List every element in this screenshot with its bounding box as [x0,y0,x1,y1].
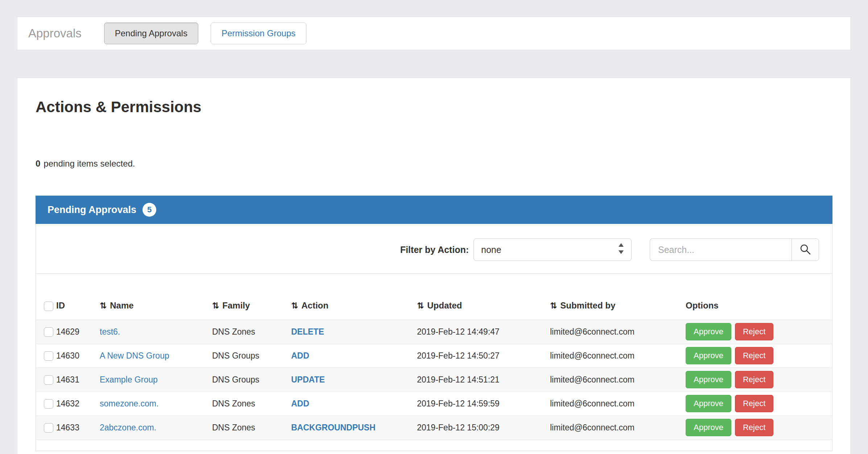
row-submitted-by: limited@6connect.com [550,344,686,368]
row-id: 14633 [56,416,100,439]
table-row: 14633 2abczone.com. DNS Zones BACKGROUND… [36,416,832,439]
approve-button[interactable]: Approve [686,323,731,340]
sort-icon: ⇅ [291,301,298,310]
table-toolbar: Filter by Action: none [36,224,832,274]
col-header-submitted-by[interactable]: ⇅Submitted by [550,274,686,320]
row-checkbox[interactable] [44,327,53,337]
tab-pending-approvals[interactable]: Pending Approvals [104,23,198,45]
col-header-updated[interactable]: ⇅Updated [417,274,550,320]
table-row: 14630 A New DNS Group DNS Groups ADD 201… [36,344,832,368]
row-submitted-by: limited@6connect.com [550,368,686,392]
action-link[interactable]: UPDATE [291,375,325,384]
row-checkbox[interactable] [44,399,53,409]
row-checkbox[interactable] [44,375,53,385]
panel-body: Filter by Action: none [36,224,832,451]
row-submitted-by: limited@6connect.com [550,392,686,416]
approve-button[interactable]: Approve [686,371,731,388]
name-link[interactable]: A New DNS Group [100,351,169,360]
row-updated: 2019-Feb-12 14:50:27 [417,344,550,368]
search-group [650,238,819,261]
select-up-down-arrows-icon [617,242,625,257]
filter-by-action-label: Filter by Action: [400,245,469,255]
pending-approvals-panel: Pending Approvals 5 Filter by Action: no… [36,196,832,451]
app-title: Approvals [28,26,82,40]
sort-icon: ⇅ [417,301,424,310]
actions-permissions-card: Actions & Permissions 0pending items sel… [17,78,851,454]
col-header-id: ID [56,274,100,320]
action-link[interactable]: BACKGROUNDPUSH [291,423,376,432]
table-row: 14629 test6. DNS Zones DELETE 2019-Feb-1… [36,320,832,344]
panel-header: Pending Approvals 5 [36,196,832,224]
approve-button[interactable]: Approve [686,347,731,364]
name-link[interactable]: Example Group [100,375,158,384]
row-family: DNS Groups [212,368,291,392]
row-family: DNS Zones [212,416,291,439]
table-row: 14632 somezone.com. DNS Zones ADD 2019-F… [36,392,832,416]
selected-text: pending items selected. [44,159,135,168]
reject-button[interactable]: Reject [735,371,773,388]
reject-button[interactable]: Reject [735,395,773,412]
selected-status: 0pending items selected. [36,159,832,169]
row-id: 14632 [56,392,100,416]
row-updated: 2019-Feb-12 14:49:47 [417,320,550,344]
col-header-family[interactable]: ⇅Family [212,274,291,320]
panel-title: Pending Approvals [47,204,136,216]
action-link[interactable]: ADD [291,399,309,408]
selected-count: 0 [36,159,40,168]
row-id: 14631 [56,368,100,392]
page-title: Actions & Permissions [36,98,832,116]
approve-button[interactable]: Approve [686,395,731,412]
search-button[interactable] [791,238,819,261]
name-link[interactable]: test6. [100,327,120,336]
action-filter-select[interactable]: none [474,238,632,261]
row-updated: 2019-Feb-12 14:59:59 [417,392,550,416]
name-link[interactable]: 2abczone.com. [100,423,156,432]
row-checkbox[interactable] [44,423,53,433]
col-header-name[interactable]: ⇅Name [100,274,212,320]
table-header-row: ID ⇅Name ⇅Family ⇅Action ⇅Updated ⇅Submi… [36,274,832,320]
reject-button[interactable]: Reject [735,323,773,340]
row-updated: 2019-Feb-12 15:00:29 [417,416,550,439]
sort-icon: ⇅ [212,301,219,310]
count-badge: 5 [142,203,156,217]
action-link[interactable]: ADD [291,351,309,360]
search-icon [799,244,811,256]
row-updated: 2019-Feb-12 14:51:21 [417,368,550,392]
row-id: 14630 [56,344,100,368]
approvals-header: Approvals Pending Approvals Permission G… [17,17,851,50]
row-family: DNS Zones [212,392,291,416]
reject-button[interactable]: Reject [735,347,773,364]
row-family: DNS Zones [212,320,291,344]
row-family: DNS Groups [212,344,291,368]
col-header-action[interactable]: ⇅Action [291,274,417,320]
row-checkbox[interactable] [44,351,53,361]
row-submitted-by: limited@6connect.com [550,416,686,439]
sort-icon: ⇅ [550,301,557,310]
reject-button[interactable]: Reject [735,419,773,436]
row-submitted-by: limited@6connect.com [550,320,686,344]
col-header-options: Options [686,274,832,320]
row-id: 14629 [56,320,100,344]
select-selected-value: none [481,245,617,255]
approve-button[interactable]: Approve [686,419,731,436]
pending-approvals-table: ID ⇅Name ⇅Family ⇅Action ⇅Updated ⇅Submi… [36,274,832,440]
select-all-checkbox[interactable] [44,302,53,311]
search-input[interactable] [650,238,791,261]
tab-permission-groups[interactable]: Permission Groups [211,23,306,45]
table-row: 14631 Example Group DNS Groups UPDATE 20… [36,368,832,392]
name-link[interactable]: somezone.com. [100,399,158,408]
action-link[interactable]: DELETE [291,327,324,336]
sort-icon: ⇅ [100,301,107,310]
